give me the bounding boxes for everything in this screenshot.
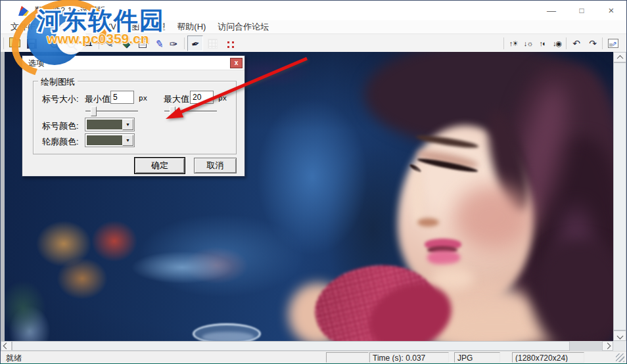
horizontal-scroll-thumb[interactable] [12,341,570,351]
blade-tool-button[interactable]: ✒ [187,35,203,51]
scroll-left-button[interactable] [1,341,12,351]
contrast-up-icon: ↑◐ [539,39,546,47]
open-file-button[interactable] [7,35,22,51]
min-unit-label: px [139,94,147,102]
vertical-scrollbar[interactable] [613,52,626,341]
status-dimensions: (1280x720x24) [512,352,584,363]
ok-button[interactable]: 确定 [135,158,185,173]
zoom-in-button[interactable]: + [46,35,62,51]
toolbar-separator [503,37,504,49]
undo-icon: ↶ [572,38,580,49]
fit-window-button[interactable]: ⇗ [605,35,621,51]
redo-button[interactable]: ↷ [585,35,601,51]
grid-tool-button[interactable] [204,35,220,51]
redo-icon: ↷ [589,38,597,49]
actual-size-button[interactable]: 1:1 [80,35,95,51]
pen-icon: ✎ [105,39,114,49]
resize-grip[interactable] [616,353,624,362]
chevron-up-icon [616,55,623,61]
grid-icon [208,39,218,49]
app-window: 数画通2.12-试用版 — □ × 文件(F) 编辑(E) 视图(V) 图像处理… [0,0,627,364]
app-icon [18,6,29,16]
vertical-scroll-thumb[interactable] [613,62,626,330]
status-bar: 就绪 Time (s): 0.037 JPG (1280x720x24) [1,351,626,363]
marker-size-label: 标号大小: [42,93,79,105]
minimize-button[interactable]: — [536,1,567,20]
outline-color-swatch [87,135,122,145]
max-value-input[interactable] [190,91,214,104]
status-time: Time (s): 0.037 [369,352,449,363]
status-ready: 就绪 [6,353,22,364]
stamp-tool-button[interactable] [135,35,151,51]
min-value-label: 最小值: [85,93,113,105]
min-value-input[interactable] [110,91,134,104]
brightness-up-button[interactable]: ↑☀ [506,35,522,51]
brush-tool-button[interactable]: ✑ [166,35,181,51]
menu-help[interactable]: 帮助(H) [171,20,212,34]
menu-forum[interactable]: 访问合作论坛 [212,20,275,34]
picker-tool-button[interactable]: ✐ [151,35,167,51]
max-value-label: 最大值: [164,93,192,105]
toolbar: + − 1:1 ✎ ◆ ✐ ✑ ✒ ↑☀ ↓☼ ↑◐ ↓◉ ↶ ↷ ⇗ [1,34,626,52]
toolbar-separator [99,37,99,49]
save-floppy-icon [27,39,37,49]
contrast-down-button[interactable]: ↓◉ [549,35,565,51]
menu-file[interactable]: 文件(F) [5,20,45,34]
eyedropper-icon: ✐ [154,39,165,49]
chevron-down-icon [616,332,623,339]
menu-view[interactable]: 视图(V) [85,20,125,34]
zoom-in-icon: + [50,39,58,48]
min-slider-thumb[interactable] [91,106,97,116]
zoom-out-icon: − [67,39,76,48]
undo-button[interactable]: ↶ [569,35,584,51]
menu-edit[interactable]: 编辑(E) [45,20,85,34]
contrast-down-icon: ↓◉ [553,39,562,48]
close-button[interactable]: × [596,1,626,20]
dialog-close-button[interactable]: x [230,58,243,68]
max-unit-label: px [218,94,227,102]
groupbox-label: 绘制图纸 [38,76,78,88]
toolbar-grip [3,37,4,49]
chevron-right-icon [605,343,611,350]
status-format: JPG [454,352,500,363]
scroll-right-button[interactable] [602,341,613,351]
dialog-title-bar[interactable]: 选项 [22,56,244,70]
brush-icon: ✑ [170,39,178,49]
menu-bar: 文件(F) 编辑(E) 视图(V) 图像处理 帮助(H) 访问合作论坛 [1,20,626,34]
brightness-up-icon: ↑☀ [509,39,519,48]
title-bar[interactable]: 数画通2.12-试用版 — □ × [1,1,626,20]
outline-color-label: 轮廓颜色: [42,136,79,148]
one-to-one-icon: 1:1 [83,39,92,47]
scrollbar-corner [613,341,626,351]
fill-tool-button[interactable]: ◆ [118,35,134,51]
status-empty-panel [326,352,369,363]
toolbar-separator [184,37,185,49]
scroll-down-button[interactable] [613,330,626,341]
contrast-up-button[interactable]: ↑◐ [535,35,551,51]
red-dots-icon [225,39,234,48]
horizontal-scrollbar[interactable] [1,341,613,351]
open-folder-icon [9,39,20,47]
fit-icon: ⇗ [608,39,618,48]
max-slider-thumb[interactable] [170,106,175,116]
pen-tool-button[interactable]: ✎ [101,35,117,51]
marker-color-swatch [87,120,122,129]
scroll-up-button[interactable] [613,52,626,62]
combo-dropdown-button[interactable]: ▼ [122,119,133,130]
fill-diamond-icon: ◆ [123,39,130,48]
combo-dropdown-button[interactable]: ▼ [122,135,133,146]
toolbar-separator [566,37,567,49]
brightness-down-button[interactable]: ↓☼ [521,35,536,51]
marker-dots-button[interactable] [221,35,237,51]
maximize-button[interactable]: □ [567,1,597,20]
marker-color-combo[interactable]: ▼ [85,118,135,131]
menu-image-processing[interactable]: 图像处理 [125,20,171,34]
save-button[interactable] [24,35,39,51]
zoom-out-button[interactable]: − [63,35,79,51]
stamp-page-icon [139,39,147,48]
brightness-down-icon: ↓☼ [524,39,534,47]
outline-color-combo[interactable]: ▼ [85,133,135,147]
cancel-button[interactable]: 取消 [194,158,237,173]
options-dialog: 选项 x 绘制图纸 标号大小: 最小值: px 最大值: px 标号颜色: ▼ … [22,55,245,177]
marker-color-label: 标号颜色: [42,120,79,132]
